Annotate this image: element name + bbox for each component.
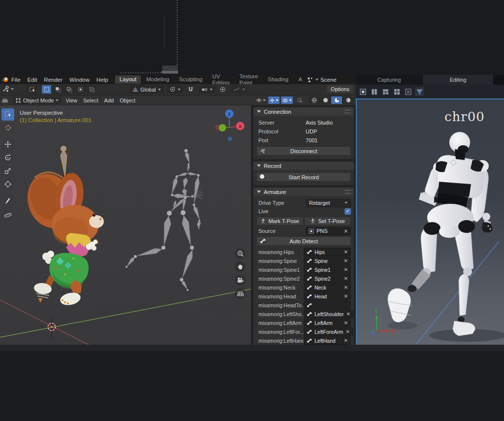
layout-two-column-button[interactable] [370, 87, 378, 96]
transform-orientation-dropdown[interactable]: Global [129, 85, 164, 94]
transform-tool-button[interactable] [1, 178, 14, 190]
clear-bone-icon[interactable]: ✕ [344, 320, 348, 325]
active-tool-preview[interactable] [27, 85, 37, 94]
workspace-tab[interactable]: A [294, 75, 307, 84]
axis-studio-tab[interactable]: Editing [423, 75, 494, 85]
select-mode-extend[interactable] [53, 85, 63, 94]
proportional-editing-button[interactable] [218, 85, 228, 94]
target-bone-field[interactable]: Hips ✕ [304, 248, 351, 256]
axis-studio-viewport[interactable]: Y X Z chr00 [356, 98, 504, 345]
move-tool-button[interactable] [1, 138, 14, 150]
target-bone-field[interactable]: Head ✕ [304, 292, 351, 300]
menu-item[interactable]: Help [96, 77, 108, 83]
viewport-menu-item[interactable]: Select [83, 97, 98, 103]
clear-bone-icon[interactable]: ✕ [344, 258, 348, 263]
target-bone-field[interactable]: LeftForeArm ✕ [304, 327, 353, 336]
perspective-toggle-button[interactable] [235, 288, 246, 299]
record-panel-header[interactable]: Record [253, 162, 354, 170]
clear-bone-icon[interactable]: ✕ [344, 276, 348, 281]
select-box-tool-button[interactable] [1, 108, 14, 121]
clear-bone-icon[interactable]: ✕ [344, 293, 348, 299]
scene-name[interactable]: Scene [320, 77, 359, 83]
drive-type-dropdown[interactable]: Retarget [306, 199, 351, 207]
clear-bone-icon[interactable]: ✕ [344, 249, 348, 255]
target-bone-field[interactable]: LeftArm ✕ [304, 319, 351, 327]
workspace-tab[interactable]: Sculpting [175, 75, 207, 84]
menu-item[interactable]: Render [44, 77, 63, 83]
clear-bone-icon[interactable]: ✕ [344, 267, 348, 272]
scale-tool-button[interactable] [1, 164, 14, 177]
armature-skeleton[interactable] [126, 149, 203, 291]
show-object-types-dropdown[interactable] [254, 97, 267, 104]
cursor-tool-button[interactable] [1, 122, 14, 134]
live-checkbox[interactable]: ✓ [345, 208, 351, 215]
target-bone-field[interactable]: ✕ [304, 301, 351, 309]
clear-bone-icon[interactable]: ✕ [346, 329, 349, 334]
robot-character-model[interactable] [388, 132, 504, 342]
workspace-tab[interactable]: Modeling [142, 75, 174, 84]
snap-toggle-button[interactable] [186, 85, 196, 94]
target-bone-field[interactable]: Spine1 ✕ [304, 265, 351, 274]
shading-material-button[interactable] [331, 97, 343, 104]
panel-grip-icon[interactable] [345, 110, 350, 113]
select-mode-subtract[interactable] [64, 85, 74, 94]
disconnect-button[interactable]: Disconnect [256, 146, 351, 156]
armature-panel-header[interactable]: Armature [253, 188, 354, 196]
viewport-menu-item[interactable]: View [65, 97, 77, 103]
clear-bone-icon[interactable]: ✕ [344, 285, 348, 290]
viewport-menu-item[interactable]: Add [104, 97, 114, 103]
clear-bone-icon[interactable]: ✕ [344, 338, 348, 343]
clear-bone-icon[interactable]: ✕ [346, 311, 350, 317]
viewport-menu-item[interactable]: Object [120, 97, 135, 103]
show-overlays-toggle[interactable] [281, 97, 293, 104]
workspace-tab[interactable]: Layout [115, 75, 141, 84]
layout-grid-button[interactable] [392, 87, 401, 96]
panel-grip-icon[interactable] [345, 190, 350, 194]
target-bone-field[interactable]: Neck ✕ [304, 283, 351, 291]
camera-view-button[interactable] [235, 275, 246, 286]
server-value[interactable]: Axis Studio [306, 120, 333, 126]
zoom-view-button[interactable] [235, 248, 246, 259]
show-gizmo-toggle[interactable] [268, 97, 280, 104]
blender-logo-icon[interactable] [1, 76, 9, 83]
xray-toggle[interactable] [294, 97, 305, 104]
falloff-dropdown[interactable] [231, 85, 248, 94]
select-mode-intersect[interactable] [87, 85, 96, 94]
select-mode-new[interactable] [42, 85, 52, 94]
scene-icon[interactable] [307, 76, 314, 83]
menu-item[interactable]: Window [69, 77, 90, 83]
axis-ball-negative-z[interactable] [228, 137, 232, 141]
target-bone-field[interactable]: Spine ✕ [304, 257, 351, 265]
rotate-tool-button[interactable] [1, 151, 14, 163]
mode-dropdown[interactable]: Object Mode [13, 97, 61, 104]
shading-wireframe-button[interactable] [309, 97, 320, 104]
sensor-tree-view-button[interactable] [415, 87, 424, 96]
mouse-character-model[interactable] [21, 146, 104, 307]
pivot-point-dropdown[interactable] [167, 85, 183, 94]
target-bone-field[interactable]: LeftShoulder ✕ [304, 310, 353, 318]
protocol-value[interactable]: UDP [306, 129, 317, 134]
measure-tool-button[interactable] [1, 207, 14, 220]
editor-type-icon[interactable] [1, 97, 8, 104]
pan-view-button[interactable] [235, 261, 246, 272]
viewport-axis-gizmo[interactable]: Z X [215, 110, 245, 141]
tool-settings-selector[interactable] [2, 85, 14, 93]
clear-source-icon[interactable]: ✕ [344, 228, 348, 234]
menu-item[interactable]: File [11, 77, 21, 83]
set-tpose-button[interactable]: Set T-Pose [304, 217, 351, 226]
shading-solid-button[interactable] [320, 97, 331, 104]
start-record-button[interactable]: Start Record [256, 172, 351, 182]
3d-viewport[interactable]: Z X User Perspective (1) Collection | Ar… [0, 105, 251, 345]
shading-rendered-button[interactable] [343, 97, 353, 104]
scene-dropdown-arrow-icon[interactable] [315, 79, 318, 81]
port-value[interactable]: 7001 [306, 137, 317, 143]
calibration-view-button[interactable] [404, 87, 412, 96]
workspace-tab[interactable]: Shading [263, 75, 293, 84]
connection-panel-header[interactable]: Connection [253, 107, 354, 116]
select-mode-invert[interactable] [76, 85, 86, 94]
mark-tpose-button[interactable]: Mark T-Pose [256, 217, 303, 226]
target-bone-field[interactable]: Spine2 ✕ [304, 274, 351, 283]
options-button[interactable]: Options [327, 85, 353, 93]
annotate-tool-button[interactable] [1, 194, 14, 206]
auto-detect-button[interactable]: Auto Detect [256, 236, 351, 246]
